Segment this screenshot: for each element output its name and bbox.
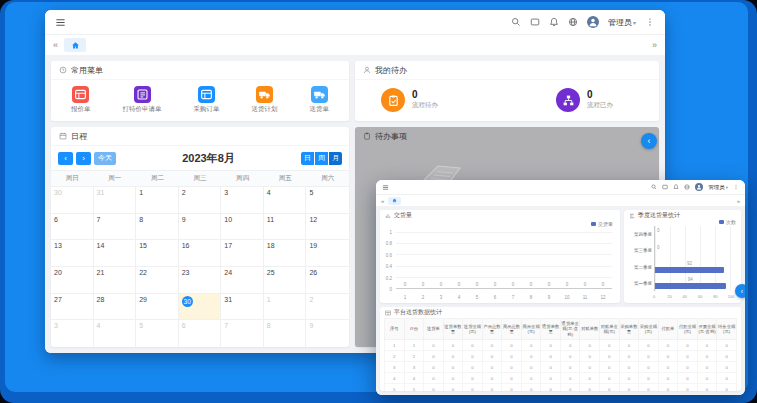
- calendar-day-cell[interactable]: 23: [179, 267, 222, 294]
- fullscreen-icon[interactable]: [662, 184, 668, 190]
- more-icon[interactable]: [645, 17, 655, 27]
- collapse-handle[interactable]: ‹: [641, 133, 657, 149]
- calendar-day-cell[interactable]: 6: [179, 320, 222, 347]
- calendar-view-button[interactable]: 日: [301, 152, 314, 165]
- header-actions: 管理员▾: [511, 16, 655, 28]
- user-menu[interactable]: 管理员▾: [708, 184, 728, 191]
- calendar-day-cell[interactable]: 30: [179, 294, 222, 321]
- day-number: 24: [224, 269, 232, 276]
- tabs-scroll-right-icon[interactable]: »: [737, 198, 740, 204]
- language-icon[interactable]: [684, 184, 690, 190]
- calendar-day-cell[interactable]: 24: [221, 267, 264, 294]
- calendar-day-cell[interactable]: 5: [306, 187, 349, 214]
- calendar-day-cell[interactable]: 20: [51, 267, 94, 294]
- day-number: 21: [97, 269, 105, 276]
- table-cell: 4: [385, 373, 405, 384]
- tabs-scroll-right-icon[interactable]: »: [652, 40, 657, 50]
- weekday-label: 周六: [306, 171, 349, 186]
- fullscreen-icon[interactable]: [530, 17, 540, 27]
- x-axis-tick: 6: [486, 295, 504, 300]
- todo-stat[interactable]: 0流程待办: [381, 88, 438, 112]
- calendar-day-cell[interactable]: 22: [136, 267, 179, 294]
- more-icon[interactable]: [733, 184, 739, 190]
- calendar-day-cell[interactable]: 1: [264, 294, 307, 321]
- calendar-day-cell[interactable]: 18: [264, 240, 307, 267]
- calendar-day-cell[interactable]: 13: [51, 240, 94, 267]
- bell-icon[interactable]: [549, 17, 559, 27]
- tab-home[interactable]: [64, 38, 86, 52]
- bell-icon[interactable]: [673, 184, 679, 190]
- calendar-day-cell[interactable]: 31: [94, 187, 137, 214]
- tab-home[interactable]: [388, 197, 401, 205]
- calendar-day-cell[interactable]: 31: [221, 294, 264, 321]
- tabs-scroll-left-icon[interactable]: «: [53, 40, 58, 50]
- day-number: 6: [54, 216, 58, 223]
- calendar-day-cell[interactable]: 8: [264, 320, 307, 347]
- menu-item[interactable]: 打特价申请单: [123, 86, 162, 114]
- calendar-day-cell[interactable]: 26: [306, 267, 349, 294]
- calendar-day-cell[interactable]: 16: [179, 240, 222, 267]
- x-axis-tick: 40: [683, 294, 687, 299]
- search-icon[interactable]: [651, 184, 657, 190]
- calendar-day-cell[interactable]: 9: [306, 320, 349, 347]
- legend-swatch: [591, 222, 596, 226]
- calendar-day-cell[interactable]: 2: [306, 294, 349, 321]
- todo-stat[interactable]: 0流程已办: [556, 88, 613, 112]
- calendar-day-cell[interactable]: 14: [94, 240, 137, 267]
- calendar-day-cell[interactable]: 30: [51, 187, 94, 214]
- table-cell: 0: [658, 384, 678, 391]
- collapse-handle[interactable]: ‹: [735, 284, 745, 298]
- x-axis-tick: 80: [713, 294, 717, 299]
- tabs-scroll-left-icon[interactable]: «: [381, 198, 384, 204]
- bar-chart-icon: [629, 213, 635, 219]
- calendar-day-cell[interactable]: 9: [179, 214, 222, 241]
- calendar-day-cell[interactable]: 12: [306, 214, 349, 241]
- menu-toggle-icon[interactable]: [382, 184, 389, 191]
- calendar-day-cell[interactable]: 11: [264, 214, 307, 241]
- menu-toggle-icon[interactable]: [55, 17, 66, 28]
- calendar-day-cell[interactable]: 6: [51, 214, 94, 241]
- table-row: 110000000000000000: [385, 340, 737, 351]
- calendar-day-cell[interactable]: 7: [221, 320, 264, 347]
- user-avatar[interactable]: [587, 16, 599, 28]
- calendar-day-cell[interactable]: 28: [94, 294, 137, 321]
- calendar-view-button[interactable]: 周: [315, 152, 328, 165]
- table-header-cell: 付款单: [658, 319, 678, 340]
- menu-item[interactable]: 送货单: [310, 86, 330, 114]
- calendar-day-cell[interactable]: 15: [136, 240, 179, 267]
- calendar-next-button[interactable]: ›: [76, 152, 91, 165]
- calendar-day-cell[interactable]: 10: [221, 214, 264, 241]
- menu-item[interactable]: 报价单: [71, 86, 91, 114]
- calendar-view-button[interactable]: 月: [329, 152, 342, 165]
- search-icon[interactable]: [511, 17, 521, 27]
- chart-legend[interactable]: 次数: [719, 219, 736, 225]
- calendar-day-cell[interactable]: 5: [136, 320, 179, 347]
- language-icon[interactable]: [568, 17, 578, 27]
- calendar-day-cell[interactable]: 1: [136, 187, 179, 214]
- calendar-day-cell[interactable]: 25: [264, 267, 307, 294]
- calendar-day-cell[interactable]: 4: [264, 187, 307, 214]
- chart-legend[interactable]: 交货量: [591, 221, 613, 227]
- calendar-day-cell[interactable]: 17: [221, 240, 264, 267]
- calendar-day-cell[interactable]: 2: [179, 187, 222, 214]
- calendar-prev-button[interactable]: ‹: [58, 152, 73, 165]
- todo-stats: 0流程待办0流程已办: [355, 80, 659, 120]
- calendar-day-cell[interactable]: 21: [94, 267, 137, 294]
- user-menu[interactable]: 管理员▾: [608, 17, 636, 28]
- menu-item[interactable]: 采购订单: [194, 86, 220, 114]
- menu-item[interactable]: 送货计划: [252, 86, 278, 114]
- table-cell: 0: [580, 340, 600, 351]
- calendar-day-cell[interactable]: 19: [306, 240, 349, 267]
- calendar-day-cell[interactable]: 4: [94, 320, 137, 347]
- calendar-day-cell[interactable]: 3: [221, 187, 264, 214]
- calendar-day-cell[interactable]: 29: [136, 294, 179, 321]
- quarterly-stats-chart-card: 季度送货量统计 次数 第四季度0第三季度0第二季度92第一季度94 020406…: [624, 210, 741, 303]
- calendar-day-cell[interactable]: 3: [51, 320, 94, 347]
- user-avatar[interactable]: [695, 183, 703, 191]
- table-cell: 0: [658, 362, 678, 373]
- calendar-day-cell[interactable]: 8: [136, 214, 179, 241]
- table-cell: 1: [385, 340, 405, 351]
- calendar-day-cell[interactable]: 7: [94, 214, 137, 241]
- calendar-today-button[interactable]: 今天: [94, 152, 116, 165]
- calendar-day-cell[interactable]: 27: [51, 294, 94, 321]
